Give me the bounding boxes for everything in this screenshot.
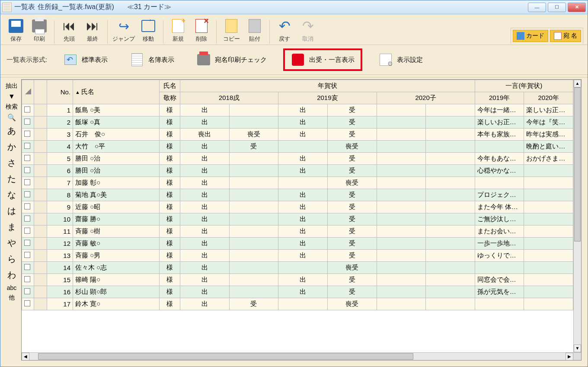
cell-msg-2019[interactable]: 孫が元気をくれます お... bbox=[475, 286, 524, 298]
cell-2020-in[interactable] bbox=[426, 274, 475, 286]
cell-2019-out[interactable] bbox=[278, 141, 328, 153]
cell-no[interactable]: 2 bbox=[47, 116, 73, 129]
cell-2020-out[interactable] bbox=[377, 141, 426, 153]
header-no[interactable]: No. bbox=[47, 80, 73, 104]
sidebar-kana-た[interactable]: た bbox=[7, 171, 16, 187]
cell-2020-out[interactable] bbox=[377, 104, 426, 116]
cell-2019-out[interactable]: 出 bbox=[278, 189, 328, 201]
cell-2019-in[interactable]: 受 bbox=[327, 250, 377, 262]
cell-2019-in[interactable]: 受 bbox=[327, 104, 377, 116]
cell-msg-2019[interactable]: 本年も家族ともどもよろ... bbox=[475, 129, 524, 141]
row-checkbox[interactable] bbox=[22, 213, 34, 225]
cell-honorific[interactable]: 様 bbox=[160, 116, 180, 129]
cell-2018-in[interactable] bbox=[229, 213, 278, 225]
cell-no[interactable]: 14 bbox=[47, 262, 73, 274]
cell-2019-out[interactable] bbox=[278, 177, 328, 189]
header-nenga[interactable]: 年賀状 bbox=[180, 80, 475, 92]
cell-honorific[interactable]: 様 bbox=[160, 298, 180, 310]
cell-2018-out[interactable]: 出 bbox=[180, 298, 230, 310]
cell-2018-in[interactable]: 受 bbox=[229, 141, 278, 153]
cell-msg-2019[interactable]: プロジェクトの成功に向... bbox=[475, 189, 524, 201]
cell-2019-in[interactable]: 受 bbox=[327, 201, 377, 213]
cell-no[interactable]: 15 bbox=[47, 274, 73, 286]
sidebar-kana-や[interactable]: や bbox=[7, 235, 16, 251]
table-row[interactable]: 17鈴木 寛○様出受喪受 bbox=[22, 298, 573, 310]
cell-name[interactable]: 大竹 ○平 bbox=[73, 141, 160, 153]
sidebar-other[interactable]: 他 bbox=[2, 293, 21, 303]
sidebar-kana-か[interactable]: か bbox=[7, 139, 16, 155]
cell-honorific[interactable]: 様 bbox=[160, 250, 180, 262]
cell-2020-out[interactable] bbox=[377, 225, 426, 238]
header-2020[interactable]: 2020子 bbox=[377, 92, 475, 104]
cell-2019-in[interactable]: 喪受 bbox=[327, 262, 377, 274]
table-row[interactable]: 15篠崎 陽○様出出受同窓会で会えるのを楽... bbox=[22, 274, 573, 286]
cell-msg-2020[interactable]: 昨年は実感のないまま... bbox=[524, 129, 573, 141]
cell-msg-2020[interactable] bbox=[524, 274, 573, 286]
save-button[interactable]: 保存 bbox=[5, 17, 27, 44]
row-checkbox[interactable] bbox=[22, 274, 34, 286]
cell-2020-out[interactable] bbox=[377, 177, 426, 189]
cell-no[interactable]: 12 bbox=[47, 238, 73, 250]
cell-2019-out[interactable]: 出 bbox=[278, 274, 328, 286]
search-icon[interactable]: 🔍 bbox=[2, 112, 21, 123]
table-row[interactable]: 13斉藤 ○男様出出受ゆっくりですが頑張ってい... bbox=[22, 250, 573, 262]
cell-msg-2020[interactable] bbox=[524, 189, 573, 201]
sidebar-kana-わ[interactable]: わ bbox=[7, 267, 16, 283]
cell-honorific[interactable]: 様 bbox=[160, 262, 180, 274]
cell-no[interactable]: 16 bbox=[47, 286, 73, 298]
cell-name[interactable]: 近藤 ○昭 bbox=[73, 201, 160, 213]
header-corner[interactable] bbox=[22, 80, 34, 104]
cell-msg-2020[interactable] bbox=[524, 225, 573, 238]
table-row[interactable]: 11斉藤 ○樹様出出受またお会いできるときを... bbox=[22, 225, 573, 238]
table-row[interactable]: 6勝田 ○治様出出受心穏やかな一年をお過... bbox=[22, 165, 573, 177]
scroll-up-button[interactable]: ▲ bbox=[574, 80, 581, 87]
cell-msg-2019[interactable] bbox=[475, 298, 524, 310]
cell-name[interactable]: 飯島 ○美 bbox=[73, 104, 160, 116]
table-row[interactable]: 3石井 俊○様喪出喪受出受本年も家族ともどもよろ...昨年は実感のないまま... bbox=[22, 129, 573, 141]
cell-name[interactable]: 加藤 彰○ bbox=[73, 177, 160, 189]
cell-name[interactable]: 佐々木 ○志 bbox=[73, 262, 160, 274]
cell-name[interactable]: 勝田 ○治 bbox=[73, 153, 160, 165]
cell-2020-out[interactable] bbox=[377, 165, 426, 177]
scroll-right-button[interactable]: ▶ bbox=[566, 353, 573, 361]
cell-honorific[interactable]: 様 bbox=[160, 201, 180, 213]
card-tab[interactable]: カード bbox=[513, 30, 548, 42]
cell-2018-in[interactable] bbox=[229, 153, 278, 165]
grid-scroll-area[interactable]: No. 氏名 氏名 年賀状 一言(年賀状) 敬称 2018戌 2019亥 202… bbox=[22, 80, 573, 352]
atena-tab[interactable]: 宛 名 bbox=[550, 30, 581, 42]
cell-2019-out[interactable]: 出 bbox=[278, 250, 328, 262]
cell-msg-2019[interactable]: 楽しいお正月をお過ごし... bbox=[475, 116, 524, 129]
cell-2019-in[interactable]: 受 bbox=[327, 165, 377, 177]
copy-button[interactable]: コピー bbox=[220, 17, 243, 44]
first-button[interactable]: ⏮先頭 bbox=[58, 17, 80, 44]
view-print-check-button[interactable]: 宛名印刷チェック bbox=[191, 50, 273, 69]
cell-no[interactable]: 7 bbox=[47, 177, 73, 189]
header-msg[interactable]: 一言(年賀状) bbox=[475, 80, 573, 92]
cell-msg-2020[interactable] bbox=[524, 262, 573, 274]
cell-2018-out[interactable]: 出 bbox=[180, 250, 230, 262]
cell-2019-in[interactable]: 喪受 bbox=[327, 298, 377, 310]
cell-2018-in[interactable] bbox=[229, 250, 278, 262]
cell-name[interactable]: 斉藤 ○樹 bbox=[73, 225, 160, 238]
view-standard-button[interactable]: 標準表示 bbox=[58, 50, 114, 69]
cell-2019-in[interactable]: 喪受 bbox=[327, 141, 377, 153]
cell-2018-in[interactable]: 受 bbox=[229, 298, 278, 310]
cell-honorific[interactable]: 様 bbox=[160, 153, 180, 165]
table-row[interactable]: 10齋藤 勝○様出出受ご無沙汰しておりますが... bbox=[22, 213, 573, 225]
close-button[interactable]: ✕ bbox=[568, 3, 586, 12]
cell-2020-in[interactable] bbox=[426, 141, 475, 153]
cell-2020-out[interactable] bbox=[377, 189, 426, 201]
cell-2020-in[interactable] bbox=[426, 225, 475, 238]
view-list-button[interactable]: 名簿表示 bbox=[124, 50, 180, 69]
cell-2018-out[interactable]: 出 bbox=[180, 153, 230, 165]
cell-2020-in[interactable] bbox=[426, 286, 475, 298]
cell-no[interactable]: 11 bbox=[47, 225, 73, 238]
header-honorific[interactable]: 敬称 bbox=[160, 92, 180, 104]
cell-name[interactable]: 石井 俊○ bbox=[73, 129, 160, 141]
sidebar-kana-ま[interactable]: ま bbox=[7, 219, 16, 235]
cell-2018-in[interactable] bbox=[229, 177, 278, 189]
view-settings-button[interactable]: 表示設定 bbox=[373, 50, 429, 69]
cell-2020-in[interactable] bbox=[426, 250, 475, 262]
paste-button[interactable]: 貼付 bbox=[243, 17, 266, 44]
row-checkbox[interactable] bbox=[22, 201, 34, 213]
